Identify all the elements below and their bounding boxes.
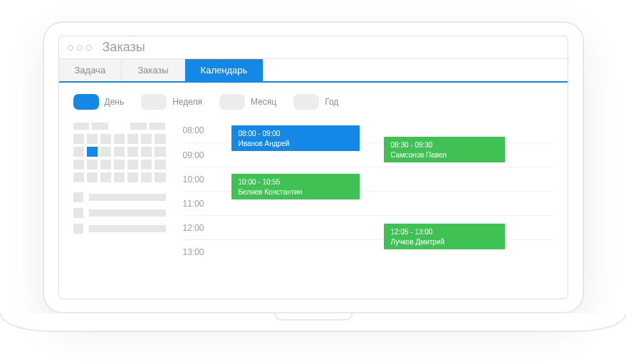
day-cell[interactable] [127, 172, 138, 182]
event-name: Беляев Константин [239, 188, 303, 196]
day-cell[interactable] [155, 147, 165, 157]
list-item[interactable] [73, 192, 166, 202]
header-cell [130, 123, 147, 130]
day-cell[interactable] [141, 172, 152, 182]
day-cell[interactable] [141, 160, 152, 170]
day-cell[interactable] [87, 160, 98, 170]
view-toggle-3[interactable] [293, 94, 319, 110]
tab-1[interactable]: Заказы [122, 59, 184, 81]
list-item-icon [73, 224, 83, 234]
calendar-event[interactable]: 12:05 - 13:00Лучков Дмитрий [384, 224, 505, 249]
hour-label: 10:00 [183, 175, 219, 184]
day-cell[interactable] [87, 147, 98, 157]
hour-label: 11:00 [183, 199, 219, 209]
tab-0[interactable]: Задача [59, 59, 122, 81]
day-cell[interactable] [141, 147, 152, 157]
window-control-minimize[interactable] [77, 45, 83, 51]
event-time: 10:00 - 10:55 [239, 177, 353, 187]
day-cell[interactable] [73, 172, 84, 182]
app-window: Заказы ЗадачаЗаказыКалендарь ДеньНеделяМ… [58, 36, 568, 299]
day-cell[interactable] [114, 134, 125, 144]
day-cell[interactable] [100, 147, 111, 157]
event-name: Самсонов Павел [391, 151, 447, 159]
day-cell[interactable] [155, 160, 165, 170]
window-control-maximize[interactable] [86, 45, 92, 51]
list-item-icon [73, 208, 83, 218]
header-cell [73, 123, 90, 130]
mini-calendar[interactable] [73, 134, 166, 182]
window-control-close[interactable] [68, 45, 73, 51]
content: ДеньНеделяМесяцГод [59, 83, 568, 264]
day-cell[interactable] [87, 134, 98, 144]
list-item[interactable] [73, 208, 166, 218]
list-item[interactable] [73, 224, 166, 234]
day-cell[interactable] [73, 160, 84, 170]
list-item-text [89, 209, 166, 217]
header-cell [92, 123, 108, 130]
list-item-text [89, 225, 166, 232]
calendar-event[interactable]: 08:30 - 09:30Самсонов Павел [384, 137, 505, 162]
calendar-event[interactable]: 10:00 - 10:55Беляев Константин [231, 174, 360, 199]
day-cell[interactable] [114, 147, 125, 157]
hour-label: 12:00 [183, 223, 219, 233]
event-name: Иванов Андрей [239, 140, 290, 147]
day-cell[interactable] [127, 147, 138, 157]
day-cell[interactable] [73, 147, 84, 157]
laptop-frame: Заказы ЗадачаЗаказыКалендарь ДеньНеделяМ… [43, 21, 584, 332]
view-switch: ДеньНеделяМесяцГод [73, 94, 553, 110]
tab-2[interactable]: Календарь [185, 59, 264, 81]
sidebar [73, 123, 166, 264]
view-label: День [105, 97, 125, 107]
view-toggle-0[interactable] [73, 94, 99, 110]
day-cell[interactable] [114, 172, 125, 182]
event-time: 08:30 - 09:30 [391, 140, 498, 150]
day-cell[interactable] [127, 134, 138, 144]
calendar-event[interactable]: 08:00 - 09:00Иванов Андрей [231, 125, 360, 151]
day-cell[interactable] [155, 134, 165, 144]
hour-label: 09:00 [183, 150, 219, 160]
body-grid: 08:0009:0010:0011:0012:0013:00 08:00 - 0… [73, 123, 553, 264]
list-item-text [89, 194, 166, 201]
view-label: Месяц [251, 97, 276, 107]
day-cell[interactable] [155, 172, 165, 182]
laptop-base [0, 313, 626, 332]
list-item-icon [73, 192, 83, 202]
day-cell[interactable] [141, 134, 152, 144]
events-layer: 08:00 - 09:00Иванов Андрей08:30 - 09:30С… [219, 123, 553, 264]
event-name: Лучков Дмитрий [391, 238, 445, 246]
day-cell[interactable] [127, 160, 138, 170]
screen-frame: Заказы ЗадачаЗаказыКалендарь ДеньНеделяМ… [43, 21, 584, 313]
header-divider [111, 123, 127, 130]
timeline[interactable]: 08:0009:0010:0011:0012:0013:00 08:00 - 0… [183, 123, 553, 264]
header-cell [150, 123, 166, 130]
day-cell[interactable] [114, 160, 125, 170]
day-cell[interactable] [87, 172, 98, 182]
mini-calendar-header [73, 123, 166, 130]
view-toggle-2[interactable] [219, 94, 245, 110]
day-cell[interactable] [100, 172, 111, 182]
hour-label: 08:00 [183, 125, 219, 135]
view-label: Год [325, 97, 338, 107]
day-cell[interactable] [100, 134, 111, 144]
view-label: Неделя [172, 97, 202, 107]
event-time: 08:00 - 09:00 [239, 129, 353, 139]
tabs: ЗадачаЗаказыКалендарь [59, 59, 568, 83]
upcoming-list [73, 192, 166, 234]
window-title: Заказы [103, 40, 145, 55]
laptop-notch [274, 313, 353, 321]
hour-label: 13:00 [183, 247, 219, 257]
day-cell[interactable] [100, 160, 111, 170]
titlebar: Заказы [59, 36, 568, 59]
event-time: 12:05 - 13:00 [391, 227, 498, 237]
view-toggle-1[interactable] [141, 94, 167, 110]
day-cell[interactable] [73, 134, 84, 144]
